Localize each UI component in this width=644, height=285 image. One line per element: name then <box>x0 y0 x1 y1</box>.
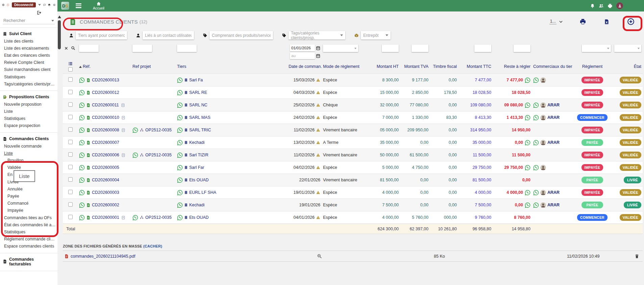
order-ref-link[interactable]: CD202600001 <box>92 215 119 220</box>
search-caret-icon[interactable] <box>51 20 54 22</box>
sidebar-item[interactable]: Liste des encaissements <box>0 45 57 52</box>
whatsapp-icon[interactable] <box>79 152 85 158</box>
whatsapp-icon[interactable] <box>79 165 85 171</box>
row-checkbox[interactable] <box>68 102 73 107</box>
thirdparty-link[interactable]: Kechadi <box>189 140 204 145</box>
filter-chip-input[interactable] <box>209 31 273 40</box>
salesrep-link[interactable]: ARAR <box>547 140 560 145</box>
payment-status-badge[interactable]: IMPAYÉE <box>581 189 603 196</box>
whatsapp-icon[interactable] <box>79 177 85 183</box>
column-header[interactable]: Ref projet <box>131 60 176 74</box>
whatsapp-icon[interactable] <box>79 90 85 96</box>
whatsapp-icon[interactable] <box>533 115 539 121</box>
filter-reglement-select[interactable] <box>582 45 611 52</box>
column-header[interactable]: État <box>612 60 643 74</box>
whatsapp-icon[interactable] <box>525 202 530 208</box>
column-header[interactable]: Reste à régler <box>493 60 532 74</box>
whatsapp-icon[interactable] <box>177 177 183 183</box>
salesrep-avatar[interactable] <box>540 102 546 108</box>
hide-files-link[interactable]: (CACHER) <box>143 244 162 248</box>
clear-filters-icon[interactable] <box>64 46 68 50</box>
sidebar-item[interactable]: État des commandes lié aux ... <box>0 221 57 228</box>
whatsapp-icon[interactable] <box>533 77 539 83</box>
column-header[interactable]: Règlement <box>572 60 612 74</box>
sidebar-item[interactable]: Tags/catégories clients/prosp. <box>0 80 57 87</box>
sidebar-item[interactable]: Impayée <box>0 207 57 214</box>
row-checkbox[interactable] <box>68 77 73 82</box>
row-checkbox[interactable] <box>68 177 73 182</box>
row-checkbox[interactable] <box>68 127 73 132</box>
payment-status-badge[interactable]: IMPAYÉE <box>581 152 603 158</box>
whatsapp-icon[interactable] <box>132 127 138 133</box>
note-icon[interactable] <box>121 215 125 220</box>
generated-file-link[interactable]: commandes_20260211104945.pdf <box>71 254 135 259</box>
thirdparty-link[interactable]: Ets OUAD <box>189 178 209 182</box>
whatsapp-icon[interactable] <box>533 190 539 196</box>
sidebar-item[interactable]: Etat des créances clients <box>0 52 57 59</box>
search-filters-icon[interactable] <box>71 46 75 50</box>
filter-ht-input[interactable] <box>382 45 399 52</box>
preview-zoom-icon[interactable] <box>317 254 322 259</box>
column-select-icon[interactable] <box>68 61 73 66</box>
payment-status-badge[interactable]: COMMENCER <box>577 214 608 221</box>
row-checkbox[interactable] <box>68 165 73 169</box>
sidebar-item[interactable]: Nouvelle proposition <box>0 101 57 108</box>
whatsapp-icon[interactable] <box>79 102 85 108</box>
whatsapp-icon[interactable] <box>132 215 138 221</box>
column-header[interactable]: Réf. <box>78 60 131 74</box>
whatsapp-icon[interactable] <box>177 115 183 121</box>
whatsapp-icon[interactable] <box>177 152 183 158</box>
project-ref-link[interactable]: OP2512-0035 <box>145 215 172 220</box>
whatsapp-icon[interactable] <box>525 140 530 146</box>
row-checkbox[interactable] <box>68 215 73 219</box>
sidebar-item[interactable]: Espace prospection <box>0 122 57 129</box>
column-header[interactable]: Montant TTC <box>458 60 493 74</box>
salesrep-avatar[interactable] <box>540 77 546 83</box>
payment-status-badge[interactable]: IMPAYÉE <box>581 77 603 83</box>
thirdparty-link[interactable]: Sarl Fa <box>189 78 203 82</box>
whatsapp-icon[interactable] <box>525 77 530 83</box>
whatsapp-icon[interactable] <box>533 202 539 208</box>
payment-status-badge[interactable]: IMPAYÉE <box>581 164 603 171</box>
print-list-icon[interactable] <box>579 18 586 25</box>
whatsapp-icon[interactable] <box>525 190 530 196</box>
column-header[interactable]: Mode de règlement <box>322 60 369 74</box>
status-caret-icon[interactable] <box>38 4 41 6</box>
whatsapp-icon[interactable] <box>177 127 183 133</box>
help-icon[interactable] <box>53 2 55 7</box>
salesrep-avatar[interactable] <box>540 140 546 146</box>
order-ref-link[interactable]: CD202600002 <box>92 203 119 207</box>
scrollbar-thumb[interactable] <box>58 20 61 49</box>
whatsapp-icon[interactable] <box>132 152 138 158</box>
column-header[interactable]: Montant HT <box>369 60 400 74</box>
payment-status-badge[interactable]: IMPAYÉE <box>581 89 603 96</box>
filter-tva-input[interactable] <box>412 45 428 52</box>
calendar-icon[interactable] <box>316 54 320 58</box>
row-checkbox[interactable] <box>68 115 73 119</box>
thirdparty-link[interactable]: Sarl TIZIR <box>189 153 208 157</box>
row-checkbox[interactable] <box>68 152 73 157</box>
hamburger-menu-icon[interactable] <box>76 3 81 8</box>
thirdparty-link[interactable]: SARL RE <box>189 90 207 95</box>
sidebar-item[interactable]: Statistiques <box>0 73 57 80</box>
notifications-bell-icon[interactable] <box>590 3 595 8</box>
filter-chip-input[interactable] <box>143 31 194 40</box>
salesrep-link[interactable]: ARAR <box>547 203 560 207</box>
project-ref-link[interactable]: OP2512-0035 <box>145 128 172 132</box>
whatsapp-icon[interactable] <box>525 165 530 171</box>
thirdparty-link[interactable]: EURL LF SHA <box>189 190 216 195</box>
payment-status-badge[interactable]: PAYÉE <box>581 177 603 183</box>
column-header[interactable]: Commerciaux du tiers <box>532 60 572 74</box>
note-icon[interactable] <box>121 128 125 132</box>
print-icon[interactable] <box>608 3 613 8</box>
whatsapp-icon[interactable] <box>177 215 183 221</box>
users-icon[interactable] <box>599 3 604 8</box>
filter-chip-select[interactable]: Entrepôt <box>361 31 391 40</box>
sidebar-item[interactable]: Payée <box>0 192 57 200</box>
project-ref-link[interactable]: OP2512-0035 <box>145 153 172 157</box>
salesrep-avatar[interactable] <box>540 190 546 196</box>
note-icon[interactable] <box>121 115 125 120</box>
order-ref-link[interactable]: CD202600010 <box>92 115 119 120</box>
order-ref-link[interactable]: CD202600008 <box>92 128 119 132</box>
calendar-icon[interactable] <box>316 46 320 50</box>
